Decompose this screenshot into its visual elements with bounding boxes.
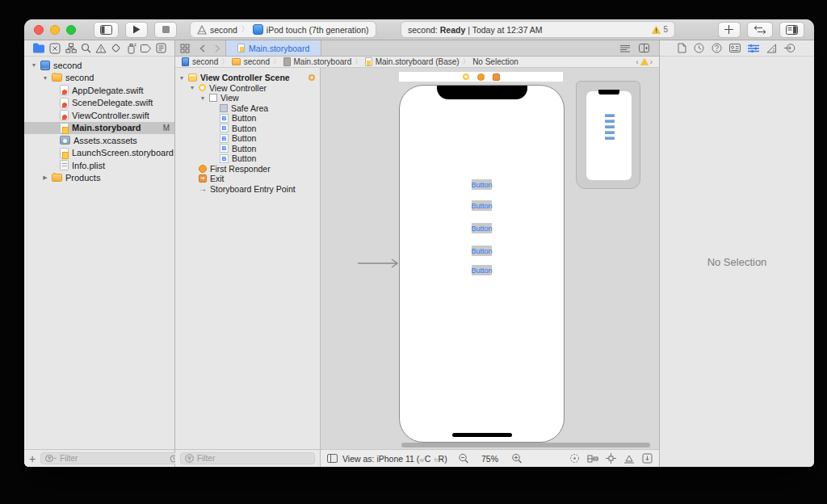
scene-settings-icon[interactable]	[309, 74, 315, 81]
tab-project-navigator[interactable]	[32, 43, 45, 53]
minimize-window-button[interactable]	[50, 25, 60, 35]
breadcrumb-file[interactable]: Main.storyboard	[294, 57, 352, 66]
canvas-button[interactable]: Button	[472, 265, 492, 275]
exit-icon[interactable]	[493, 74, 500, 81]
breadcrumb-localization[interactable]: Main.storyboard (Base)	[376, 57, 460, 66]
editor-mode-button[interactable]	[747, 22, 773, 38]
storyboard-entry-point-arrow[interactable]	[358, 258, 400, 268]
tab-issue-navigator[interactable]	[95, 44, 107, 53]
file-row[interactable]: Info.plist	[24, 159, 174, 172]
canvas-surface[interactable]: Button Button Button Button Button	[321, 68, 659, 449]
related-items-button[interactable]	[175, 40, 195, 56]
connections-inspector-icon[interactable]	[784, 43, 796, 53]
disclosure-open-icon[interactable]: ▼	[189, 85, 195, 90]
align-icon[interactable]	[587, 454, 598, 464]
canvas-button[interactable]: Button	[472, 246, 492, 256]
file-row[interactable]: SceneDelegate.swift	[24, 97, 174, 110]
file-inspector-icon[interactable]	[678, 43, 686, 53]
run-button[interactable]	[125, 22, 148, 38]
activity-viewer[interactable]: second: Ready | Today at 12:37 AM 5	[401, 21, 675, 38]
history-inspector-icon[interactable]	[694, 43, 704, 53]
disclosure-open-icon[interactable]: ▼	[31, 62, 37, 68]
view-controller-icon[interactable]	[463, 74, 469, 80]
breadcrumb-group[interactable]: second	[244, 57, 270, 66]
outline-row-button[interactable]: B Button	[175, 113, 320, 124]
outline-row-view-controller[interactable]: ▼ View Controller	[175, 83, 320, 94]
go-back-button[interactable]	[195, 40, 210, 56]
horizontal-scrollbar[interactable]	[401, 443, 650, 447]
tab-test-navigator[interactable]	[111, 43, 121, 53]
stop-button[interactable]	[154, 22, 177, 38]
navigator-filter-input[interactable]	[60, 454, 166, 463]
outline-filter-field[interactable]	[180, 452, 315, 464]
outline-row-button[interactable]: B Button	[175, 133, 320, 144]
update-frames-icon[interactable]	[569, 453, 580, 464]
file-row-products[interactable]: ▶ Products	[24, 172, 174, 185]
embed-in-icon[interactable]	[642, 453, 653, 464]
outline-row-button[interactable]: B Button	[175, 144, 320, 154]
file-row-group[interactable]: ▼ second	[24, 72, 174, 85]
library-button[interactable]	[718, 22, 741, 38]
add-editor-icon[interactable]	[639, 44, 649, 52]
iphone-11-canvas[interactable]: Button Button Button Button Button	[399, 85, 565, 443]
quick-help-inspector-icon[interactable]	[712, 43, 722, 53]
file-row-selected[interactable]: Main.storyboard M	[24, 122, 174, 135]
tab-debug-navigator[interactable]	[126, 43, 136, 54]
minimap-preview[interactable]	[576, 81, 640, 189]
first-responder-icon[interactable]	[477, 74, 485, 81]
canvas-button[interactable]: Button	[472, 179, 492, 190]
disclosure-open-icon[interactable]: ▼	[199, 95, 206, 101]
go-forward-button[interactable]	[210, 40, 225, 56]
file-row[interactable]: Assets.xcassets	[24, 134, 174, 147]
tab-report-navigator[interactable]	[156, 43, 166, 53]
file-row[interactable]: ViewController.swift	[24, 109, 174, 122]
outline-row-exit[interactable]: ➔ Exit	[175, 174, 320, 184]
outline-row-button[interactable]: B Button	[175, 124, 320, 134]
toggle-outline-icon[interactable]	[327, 454, 338, 463]
toggle-inspectors-button[interactable]	[779, 22, 804, 38]
zoom-level[interactable]: 75%	[481, 454, 498, 464]
breadcrumb-selection[interactable]: No Selection	[472, 57, 518, 66]
outline-row-safe-area[interactable]: Safe Area	[175, 103, 320, 114]
canvas-button[interactable]: Button	[472, 200, 492, 211]
warning-badge[interactable]: 5	[652, 25, 668, 34]
breadcrumb-project[interactable]: second	[192, 57, 218, 66]
outline-row-entry-point[interactable]: → Storyboard Entry Point	[175, 184, 320, 195]
view-as-button[interactable]: View as: iPhone 11 (wChR)	[342, 454, 447, 464]
editor-options-icon[interactable]	[619, 44, 631, 52]
add-constraints-pin-icon[interactable]	[606, 453, 616, 464]
xcode-window: second 〉 iPod touch (7th generation) sec…	[24, 19, 814, 467]
attributes-inspector-icon[interactable]	[748, 44, 759, 53]
tab-source-control-navigator[interactable]	[49, 43, 61, 54]
file-row[interactable]: AppDelegate.swift	[24, 84, 174, 97]
disclosure-open-icon[interactable]: ▼	[42, 75, 48, 81]
outline-filter-input[interactable]	[197, 454, 310, 463]
outline-row-first-responder[interactable]: First Responder	[175, 164, 320, 174]
scheme-selector[interactable]: second 〉 iPod touch (7th generation)	[190, 21, 376, 38]
size-inspector-icon[interactable]	[766, 44, 777, 53]
tab-find-navigator[interactable]	[81, 43, 91, 53]
file-row[interactable]: LaunchScreen.storyboard	[24, 147, 174, 160]
close-window-button[interactable]	[34, 25, 44, 35]
tab-symbol-navigator[interactable]	[65, 43, 77, 53]
outline-row-view[interactable]: ▼ View	[175, 93, 320, 103]
editor-tab-main-storyboard[interactable]: Main.storyboard	[225, 40, 321, 56]
identity-inspector-icon[interactable]	[729, 44, 741, 52]
navigator-filter-field[interactable]	[40, 452, 194, 464]
resolve-autolayout-icon[interactable]	[623, 454, 635, 464]
add-file-button[interactable]: +	[29, 453, 36, 464]
zoom-out-icon[interactable]	[458, 453, 468, 464]
warning-icon[interactable]	[640, 58, 649, 65]
next-issue-button[interactable]: ›	[650, 57, 653, 66]
file-row-project[interactable]: ▼ second	[24, 59, 174, 72]
disclosure-closed-icon[interactable]: ▶	[42, 174, 48, 181]
tab-breakpoint-navigator[interactable]	[141, 44, 152, 53]
toggle-navigator-button[interactable]	[94, 22, 119, 38]
disclosure-open-icon[interactable]: ▼	[178, 75, 185, 81]
zoom-in-icon[interactable]	[511, 453, 522, 464]
outline-row-scene[interactable]: ▼ View Controller Scene	[175, 73, 320, 83]
zoom-window-button[interactable]	[66, 25, 76, 35]
canvas-button[interactable]: Button	[472, 223, 492, 233]
outline-row-button[interactable]: B Button	[175, 153, 320, 164]
previous-issue-button[interactable]: ‹	[636, 57, 638, 66]
